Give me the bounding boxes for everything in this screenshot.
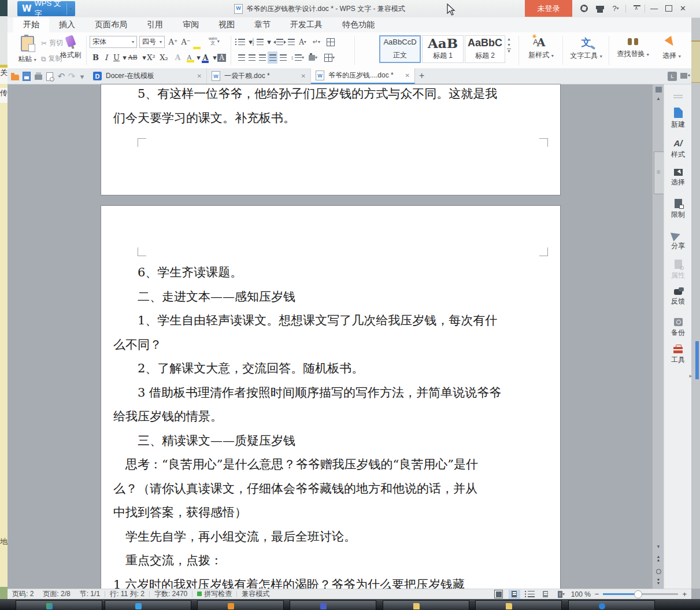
- eye-protect-button[interactable]: !▾: [555, 590, 567, 599]
- chevron-down-icon[interactable]: ▾: [66, 3, 75, 15]
- style-gallery-scroll[interactable]: ▲ ▼ ▼: [507, 37, 511, 53]
- borders-button[interactable]: ▾: [324, 51, 335, 64]
- line-spacing-button[interactable]: ↕ ▾: [291, 51, 304, 64]
- text-line[interactable]: 重点交流，点拨：: [113, 549, 506, 573]
- scroll-down-button[interactable]: ▼: [654, 544, 662, 549]
- help-button[interactable]: ?▾: [608, 0, 624, 17]
- quick-access-dropdown[interactable]: ▾: [77, 71, 87, 82]
- numbered-list-button[interactable]: [255, 36, 265, 48]
- bullet-list-button[interactable]: [236, 36, 246, 48]
- sidebar-item-restrict[interactable]: 限制: [664, 199, 692, 220]
- align-right-button[interactable]: [257, 51, 267, 64]
- char-shading-button[interactable]: A: [217, 51, 227, 64]
- document-page-1[interactable]: 5、有这样一位爷爷，他给孙子们压岁钱的方式与众不同。这就是我 们今天要学习的课文…: [101, 84, 560, 195]
- italic-button[interactable]: I: [101, 51, 111, 64]
- gallery-more-icon[interactable]: ▼: [507, 49, 511, 53]
- shrink-font-button[interactable]: A⁻: [181, 36, 191, 48]
- document-page-2[interactable]: 6、学生齐读课题。 二、走进文本——感知压岁钱 1、学生自由轻声读课文。想想课文…: [101, 206, 560, 589]
- sidebar-expand-icon[interactable]: ►: [688, 374, 693, 379]
- zoom-out-button[interactable]: −: [595, 590, 599, 598]
- text-line[interactable]: 5、有这样一位爷爷，他给孙子们压岁钱的方式与众不同。这就是我: [113, 84, 506, 106]
- window-layout-icon[interactable]: L: [668, 72, 677, 81]
- sidebar-item-backup[interactable]: 备份: [664, 318, 692, 338]
- print-button[interactable]: [33, 71, 43, 82]
- tab-view[interactable]: 视图: [209, 17, 245, 32]
- wrap-mark-button[interactable]: ↵▾: [312, 36, 321, 48]
- text-line[interactable]: 二、走进文本——感知压岁钱: [113, 285, 506, 309]
- close-tab-icon[interactable]: ✕: [197, 73, 202, 79]
- tab-special-features[interactable]: 特色功能: [332, 17, 384, 32]
- sidebar-item-share[interactable]: 分享: [664, 230, 692, 251]
- save-button[interactable]: [21, 71, 32, 82]
- zoom-percentage[interactable]: 100 %: [571, 590, 591, 598]
- status-spellcheck[interactable]: 拼写检查: [192, 589, 236, 599]
- text-line[interactable]: 三、精读课文——质疑压岁钱: [113, 429, 506, 453]
- vertical-scrollbar[interactable]: ▲ ▼ ▲▲ ▼▼: [652, 84, 664, 589]
- find-replace-button[interactable]: 查找替换 ▾: [612, 36, 654, 59]
- sidebar-item-new[interactable]: 新建: [664, 108, 692, 130]
- align-center-button[interactable]: [247, 51, 257, 64]
- skin-theme-icon[interactable]: [592, 0, 607, 17]
- text-line[interactable]: 1、学生自由轻声读课文。想想课文写了几次给我压岁钱，每次有什: [113, 309, 506, 333]
- scroll-up-button[interactable]: ▲: [654, 96, 662, 101]
- page1-text[interactable]: 5、有这样一位爷爷，他给孙子们压岁钱的方式与众不同。这就是我 们今天要学习的课文…: [113, 84, 506, 130]
- page-view-button[interactable]: [509, 590, 520, 599]
- sidebar-item-styles[interactable]: A/ 样式: [664, 138, 692, 160]
- sidebar-item-tools[interactable]: 工具: [664, 347, 692, 365]
- font-size-select[interactable]: 四号▾: [139, 36, 165, 48]
- ruler-toggle-button[interactable]: [654, 87, 662, 93]
- text-line[interactable]: 么不同？: [113, 333, 506, 357]
- feedback-circle-icon[interactable]: [577, 0, 591, 17]
- next-page-button[interactable]: ▼▼: [654, 578, 662, 585]
- taskbar-button[interactable]: [290, 600, 376, 610]
- distribute-button[interactable]: [278, 51, 288, 64]
- text-line[interactable]: 中找到答案，获得感悟）: [113, 501, 506, 525]
- increase-indent-button[interactable]: [286, 36, 296, 48]
- table-grid-button[interactable]: [325, 36, 335, 48]
- taskbar-button[interactable]: [105, 600, 191, 610]
- undo-button[interactable]: ↶: [56, 71, 66, 82]
- open-file-button[interactable]: [10, 71, 20, 82]
- justify-button[interactable]: [268, 51, 277, 64]
- redo-button[interactable]: ↷: [66, 71, 77, 82]
- text-line[interactable]: 1 六岁时的我对压岁钱有着怎样的渴盼？爷爷为什么要把压岁钱藏: [113, 573, 506, 589]
- tab-insert[interactable]: 插入: [49, 17, 85, 32]
- minimize-button[interactable]: —: [647, 0, 661, 17]
- zoom-slider-thumb[interactable]: [634, 590, 642, 598]
- text-effects-button[interactable]: A: [173, 51, 183, 64]
- scrollbar-thumb[interactable]: [654, 151, 664, 194]
- text-line[interactable]: 2、了解课文大意，交流回答。随机板书。: [113, 357, 506, 381]
- print-preview-button[interactable]: [45, 71, 55, 82]
- text-line[interactable]: 们今天要学习的课文。补充板书。: [113, 106, 506, 131]
- status-word-count[interactable]: 字数: 2470: [150, 589, 192, 599]
- shading-button[interactable]: ▾: [308, 51, 318, 64]
- doc-tab-yidai[interactable]: W 一袋干粮.doc * ✕: [207, 68, 311, 84]
- taskbar-button[interactable]: [568, 600, 655, 610]
- taskbar-button[interactable]: [475, 600, 562, 610]
- subscript-button[interactable]: X₂: [159, 51, 169, 64]
- arrange-windows-button[interactable]: ▾: [680, 73, 690, 79]
- text-line[interactable]: 3 借助板书理清作者按照时间顺序描写的写作方法，并简单说说爷爷: [113, 381, 506, 405]
- outline-view-button[interactable]: [524, 590, 536, 599]
- text-line[interactable]: 给我压岁钱的情景。: [113, 405, 506, 429]
- sidebar-item-select[interactable]: 选择: [664, 169, 692, 187]
- superscript-button[interactable]: X²: [146, 51, 156, 64]
- pinyin-guide-button[interactable]: wén文 ▾: [209, 36, 220, 46]
- tab-home[interactable]: 开始: [13, 17, 49, 32]
- doc-tab-docer[interactable]: D Docer-在线模板 ✕: [88, 68, 207, 84]
- zoom-slider[interactable]: [603, 593, 678, 595]
- taskbar-button[interactable]: [16, 600, 102, 610]
- tab-references[interactable]: 引用: [137, 17, 173, 32]
- new-tab-button[interactable]: +: [419, 71, 424, 81]
- close-button[interactable]: ✕: [676, 0, 690, 17]
- tab-page-layout[interactable]: 页面布局: [85, 17, 137, 32]
- wps-app-menu-button[interactable]: W WPS 文字 ▾: [17, 1, 75, 16]
- scroll-down-icon[interactable]: ▼: [507, 43, 511, 47]
- web-view-button[interactable]: [540, 590, 551, 599]
- new-style-button[interactable]: A 新样式 ▾: [523, 36, 559, 60]
- select-browse-object-button[interactable]: [654, 569, 662, 574]
- zoom-in-button[interactable]: +: [682, 590, 687, 598]
- login-button[interactable]: 未登录: [525, 0, 572, 17]
- select-button[interactable]: 选择 ▾: [656, 36, 687, 61]
- sidebar-item-feedback[interactable]: 反馈: [664, 289, 692, 306]
